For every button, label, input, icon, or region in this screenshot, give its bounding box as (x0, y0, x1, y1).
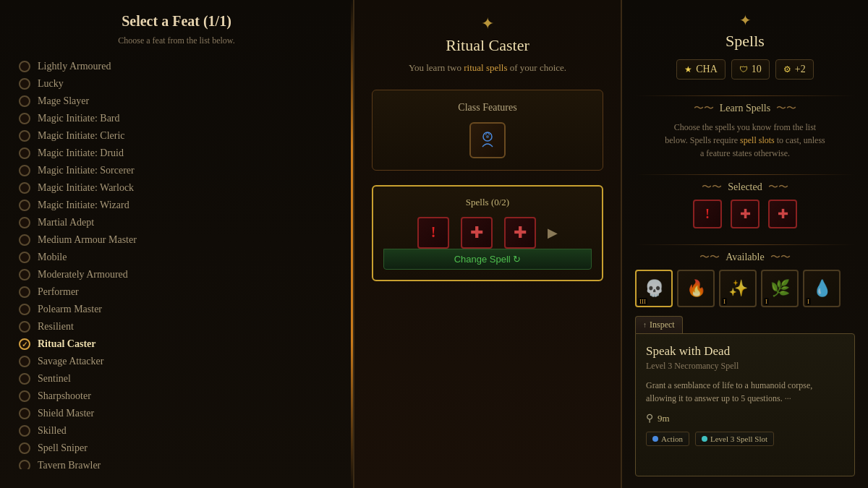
spell-icon-4: 💧 (812, 279, 832, 298)
feat-label: Mage Slayer (38, 95, 89, 107)
available-spell-4[interactable]: 💧 I (803, 270, 841, 307)
spells-section: Spells (0/2) ! ✚ ✚ ▶ Change Spell (372, 185, 603, 281)
feat-item[interactable]: Savage Attacker (14, 353, 339, 370)
feat-radio (19, 269, 30, 281)
spell-tags-row: Action Level 3 Spell Slot (646, 432, 844, 446)
spells-slots-box: Spells (0/2) ! ✚ ✚ ▶ Change Spell (372, 185, 603, 281)
desc-line4: a feature states otherwise. (700, 148, 790, 158)
spell-slots-row: ! ✚ ✚ ▶ (383, 217, 592, 249)
deco-right-3: 〜〜 (770, 251, 791, 264)
feat-item[interactable]: Sharpshooter (14, 388, 339, 405)
selected-slot-exclamation[interactable]: ! (693, 200, 722, 228)
action-dot (652, 436, 658, 442)
feat-label: Lightly Armoured (38, 61, 111, 72)
feat-item[interactable]: Medium Armour Master (14, 231, 339, 249)
feat-list: Lightly ArmouredLuckyMage SlayerMagic In… (14, 58, 339, 469)
middle-panel: ✦ Ritual Caster You learn two ritual spe… (354, 0, 622, 488)
feat-radio (19, 460, 30, 469)
feat-item[interactable]: Magic Initiate: Wizard (14, 197, 339, 214)
feat-item[interactable]: Lucky (14, 75, 339, 93)
feat-radio (19, 373, 30, 385)
available-spell-3[interactable]: 🌿 I (761, 270, 799, 307)
feat-item[interactable]: Magic Initiate: Bard (14, 110, 339, 127)
change-spell-button[interactable]: Change Spell (383, 249, 592, 270)
feat-label: Magic Initiate: Wizard (38, 200, 129, 211)
deco-right-1: 〜〜 (776, 102, 796, 115)
right-title: Spells (635, 32, 855, 51)
feat-radio (19, 61, 30, 72)
feat-label: Magic Initiate: Sorcerer (38, 165, 135, 176)
feat-radio (19, 78, 30, 90)
feat-item[interactable]: Performer (14, 283, 339, 301)
feat-item[interactable]: Resilient (14, 318, 339, 335)
cross-icon-1: ✚ (470, 223, 483, 242)
spell-slot-exclamation[interactable]: ! (417, 217, 449, 249)
spell-level-3: I (764, 298, 769, 305)
feat-item[interactable]: Martial Adept (14, 214, 339, 231)
feat-item[interactable]: Ritual Caster (14, 335, 339, 353)
feat-item[interactable]: Spell Sniper (14, 440, 339, 457)
spell-tag-slot: Level 3 Spell Slot (695, 432, 774, 446)
learn-spells-label: Learn Spells (720, 103, 770, 114)
feat-item[interactable]: Magic Initiate: Cleric (14, 127, 339, 145)
cross-icon-2: ✚ (514, 223, 527, 242)
inspect-label: Inspect (650, 320, 675, 330)
feat-item[interactable]: Magic Initiate: Sorcerer (14, 162, 339, 179)
spell-slot-1[interactable]: ✚ (461, 217, 493, 249)
left-panel: Select a Feat (1/1) Choose a feat from t… (0, 0, 354, 488)
feat-radio (19, 165, 30, 176)
deco-right-2: 〜〜 (768, 181, 788, 194)
feat-radio (19, 321, 30, 333)
feat-item[interactable]: Mage Slayer (14, 93, 339, 110)
available-spell-2[interactable]: ✨ I (719, 270, 757, 307)
feat-label: Magic Initiate: Warlock (38, 182, 134, 194)
feat-radio (19, 252, 30, 263)
inspect-tab[interactable]: ↑ Inspect (635, 316, 683, 333)
class-feature-icon (469, 122, 506, 158)
feat-item[interactable]: Polearm Master (14, 301, 339, 318)
spell-name: Speak with Dead (646, 344, 844, 359)
spell-range-value: 9m (658, 413, 670, 424)
slot-dot (702, 436, 707, 442)
stat-ac-value: 10 (752, 64, 762, 75)
feat-item[interactable]: Mobile (14, 249, 339, 266)
feat-item[interactable]: Skilled (14, 422, 339, 440)
feat-item[interactable]: Magic Initiate: Druid (14, 145, 339, 162)
class-features-label: Class Features (387, 102, 588, 114)
feat-radio (19, 356, 30, 367)
panel-subtitle: Choose a feat from the list below. (14, 35, 339, 46)
available-spell-0[interactable]: 💀 III (635, 270, 673, 307)
inspect-arrow-icon: ↑ (643, 321, 647, 329)
feat-item[interactable]: Magic Initiate: Warlock (14, 179, 339, 197)
spell-level-2: I (722, 298, 727, 305)
feat-label: Shield Master (38, 408, 94, 419)
middle-description: You learn two ritual spells of your choi… (409, 61, 566, 75)
selected-slot-1[interactable]: ✚ (731, 200, 760, 228)
spell-desc-more: ··· (785, 393, 791, 403)
feat-radio (19, 425, 30, 437)
spell-slot-2[interactable]: ✚ (504, 217, 536, 249)
svg-point-1 (486, 135, 489, 138)
stat-cha-label: CHA (696, 64, 718, 75)
feat-item[interactable]: Moderately Armoured (14, 266, 339, 283)
sel-cross-icon-1: ✚ (740, 206, 751, 222)
spell-icon-1: 🔥 (686, 279, 706, 298)
feat-item[interactable]: Sentinel (14, 370, 339, 388)
available-spell-1[interactable]: 🔥 (677, 270, 715, 307)
feat-radio (19, 182, 30, 194)
range-icon: ⚲ (646, 412, 653, 424)
feat-radio (19, 390, 30, 402)
desc-line2: below. Spells require (665, 135, 740, 145)
selected-slot-2[interactable]: ✚ (768, 200, 797, 228)
feat-radio (19, 442, 30, 454)
feat-label: Savage Attacker (38, 356, 103, 367)
feat-label: Resilient (38, 321, 74, 333)
feat-item[interactable]: Lightly Armoured (14, 58, 339, 75)
feat-label: Tavern Brawler (38, 460, 101, 469)
feat-item[interactable]: Tavern Brawler (14, 457, 339, 469)
feat-item[interactable]: Shield Master (14, 405, 339, 422)
learn-spells-description: Choose the spells you know from the list… (635, 121, 855, 160)
spell-icon-3: 🌿 (770, 279, 790, 298)
slot-label: Level 3 Spell Slot (710, 435, 767, 443)
spell-icon-0: 💀 (644, 279, 664, 298)
